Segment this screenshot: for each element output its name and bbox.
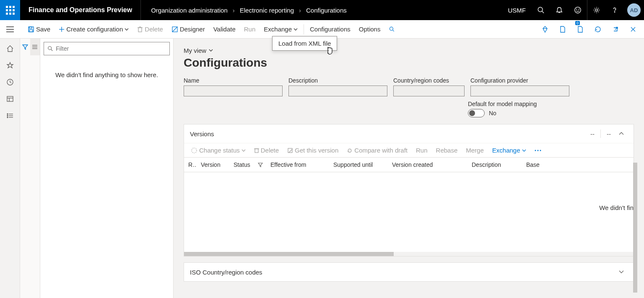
- exchange-button[interactable]: Exchange: [260, 20, 302, 38]
- clock-icon[interactable]: [0, 74, 20, 91]
- workspace-icon[interactable]: [0, 91, 20, 107]
- svg-line-1: [542, 11, 544, 13]
- modules-icon[interactable]: [0, 107, 20, 124]
- change-status-label: Change status: [199, 147, 240, 154]
- svg-line-21: [393, 30, 394, 31]
- delete-button[interactable]: Delete: [133, 20, 167, 38]
- get-version-button[interactable]: Get this version: [284, 145, 342, 155]
- save-button[interactable]: Save: [23, 20, 55, 38]
- panel-action-2[interactable]: --: [602, 130, 615, 137]
- versions-panel: Versions -- -- Change status Delete: [184, 124, 634, 257]
- svg-rect-43: [288, 148, 292, 153]
- breadcrumb-item-configs[interactable]: Configurations: [306, 7, 347, 14]
- view-selector[interactable]: My view: [184, 47, 206, 54]
- filter-bar: [20, 39, 40, 298]
- configurations-button-label: Configurations: [310, 26, 351, 33]
- list-pane: We didn't find anything to show here.: [40, 39, 174, 298]
- svg-point-4: [579, 9, 579, 10]
- search-icon[interactable]: [532, 0, 550, 20]
- attach-icon[interactable]: 0: [573, 20, 588, 39]
- company-code[interactable]: USMF: [502, 7, 532, 14]
- versions-title: Versions: [190, 130, 586, 137]
- filter-input[interactable]: [56, 45, 166, 52]
- filter-list-button[interactable]: [30, 39, 40, 55]
- svg-point-5: [595, 9, 597, 11]
- version-run-button[interactable]: Run: [413, 145, 431, 155]
- grid-header: R... Version Status Effective from Suppo…: [184, 157, 634, 172]
- svg-point-38: [48, 47, 52, 50]
- waffle-icon: [6, 6, 15, 15]
- svg-point-31: [7, 115, 8, 116]
- more-icon[interactable]: [531, 148, 545, 153]
- col-supported[interactable]: Supported until: [329, 161, 388, 168]
- col-description[interactable]: Description: [467, 161, 522, 168]
- provider-field[interactable]: [470, 86, 569, 96]
- popout-icon[interactable]: [608, 20, 623, 39]
- validate-button-label: Validate: [213, 26, 236, 33]
- refresh-icon[interactable]: [590, 20, 605, 39]
- compare-button[interactable]: Compare with draft: [343, 145, 411, 155]
- description-field[interactable]: [288, 86, 387, 96]
- save-button-label: Save: [36, 26, 50, 33]
- designer-button[interactable]: Designer: [167, 20, 209, 38]
- breadcrumb-item-orgadmin[interactable]: Organization administration: [151, 7, 228, 14]
- star-icon[interactable]: [0, 57, 20, 74]
- version-delete-label: Delete: [261, 147, 279, 154]
- configurations-button[interactable]: Configurations: [306, 20, 355, 38]
- home-icon[interactable]: [0, 40, 20, 57]
- help-icon[interactable]: [605, 0, 624, 20]
- version-exchange-button[interactable]: Exchange: [489, 145, 530, 155]
- filter-icon[interactable]: [254, 162, 266, 167]
- vertical-scrollbar[interactable]: [633, 163, 637, 298]
- document-icon[interactable]: [555, 20, 570, 39]
- toolbar-search-icon[interactable]: [384, 20, 400, 38]
- col-status[interactable]: Status: [229, 161, 254, 168]
- rebase-button[interactable]: Rebase: [433, 145, 461, 155]
- svg-line-19: [172, 27, 177, 32]
- col-created[interactable]: Version created: [388, 161, 467, 168]
- merge-button[interactable]: Merge: [462, 145, 487, 155]
- name-field[interactable]: [184, 86, 283, 96]
- exchange-popup: Load from XML file: [272, 36, 337, 51]
- avatar[interactable]: AD: [627, 3, 641, 17]
- page-title: Configurations: [184, 56, 634, 70]
- svg-point-20: [390, 27, 393, 30]
- svg-point-44: [535, 150, 536, 151]
- iso-title: ISO Country/region codes: [190, 269, 615, 276]
- panel-action-1[interactable]: --: [586, 130, 599, 137]
- bell-icon[interactable]: [550, 0, 569, 20]
- breadcrumb-item-er[interactable]: Electronic reporting: [240, 7, 294, 14]
- svg-point-40: [192, 148, 197, 153]
- toggle-value: No: [489, 110, 496, 117]
- close-icon[interactable]: [626, 20, 641, 39]
- expand-icon[interactable]: [615, 270, 628, 274]
- app-launcher-button[interactable]: [0, 0, 20, 20]
- options-button[interactable]: Options: [355, 20, 385, 38]
- load-xml-menu-item[interactable]: Load from XML file: [277, 39, 332, 48]
- filter-funnel-button[interactable]: [20, 39, 30, 55]
- run-button[interactable]: Run: [240, 20, 260, 38]
- gear-icon[interactable]: [587, 0, 605, 20]
- create-config-button[interactable]: Create configuration: [55, 20, 133, 38]
- chevron-down-icon: [209, 49, 213, 52]
- grid-empty-message: We didn't fin: [599, 204, 634, 211]
- hamburger-button[interactable]: [0, 20, 20, 39]
- default-mapping-toggle[interactable]: [468, 109, 485, 117]
- change-status-button[interactable]: Change status: [187, 145, 249, 155]
- horizontal-scrollbar[interactable]: [184, 252, 634, 256]
- top-right-controls: USMF AD: [502, 0, 644, 20]
- iso-panel: ISO Country/region codes: [184, 262, 634, 282]
- country-field[interactable]: [393, 86, 465, 96]
- col-r[interactable]: R...: [184, 161, 197, 168]
- svg-point-46: [540, 150, 541, 151]
- smiley-icon[interactable]: [569, 0, 587, 20]
- col-effective[interactable]: Effective from: [266, 161, 329, 168]
- collapse-icon[interactable]: [615, 132, 628, 135]
- col-base[interactable]: Base: [522, 161, 556, 168]
- version-delete-button[interactable]: Delete: [251, 145, 282, 155]
- diamond-icon[interactable]: [538, 20, 553, 39]
- version-exchange-label: Exchange: [492, 147, 520, 154]
- svg-point-45: [537, 150, 538, 151]
- col-version[interactable]: Version: [197, 161, 229, 168]
- validate-button[interactable]: Validate: [209, 20, 240, 38]
